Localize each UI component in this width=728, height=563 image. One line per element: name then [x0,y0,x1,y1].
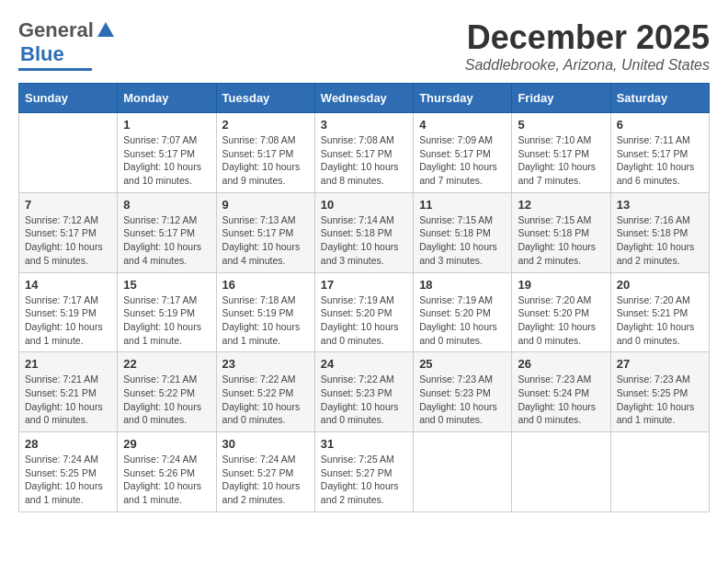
day-number: 21 [25,357,111,371]
day-info: Sunrise: 7:07 AM Sunset: 5:17 PM Dayligh… [123,133,210,188]
day-number: 15 [123,278,210,292]
day-number: 25 [419,357,506,371]
calendar-cell: 31Sunrise: 7:25 AM Sunset: 5:27 PM Dayli… [314,432,413,512]
calendar-cell: 25Sunrise: 7:23 AM Sunset: 5:23 PM Dayli… [414,352,512,432]
calendar-cell: 5Sunrise: 7:10 AM Sunset: 5:17 PM Daylig… [512,113,610,193]
day-number: 17 [321,278,407,292]
day-info: Sunrise: 7:15 AM Sunset: 5:18 PM Dayligh… [419,213,506,268]
calendar-week-4: 21Sunrise: 7:21 AM Sunset: 5:21 PM Dayli… [19,352,710,432]
calendar-cell: 21Sunrise: 7:21 AM Sunset: 5:21 PM Dayli… [19,352,118,432]
day-info: Sunrise: 7:13 AM Sunset: 5:17 PM Dayligh… [222,213,309,268]
day-number: 16 [222,278,309,292]
day-number: 19 [518,278,604,292]
calendar-cell: 15Sunrise: 7:17 AM Sunset: 5:19 PM Dayli… [118,272,216,352]
day-info: Sunrise: 7:22 AM Sunset: 5:22 PM Dayligh… [222,373,309,427]
calendar-cell: 3Sunrise: 7:08 AM Sunset: 5:17 PM Daylig… [314,113,413,193]
day-info: Sunrise: 7:18 AM Sunset: 5:19 PM Dayligh… [222,293,309,348]
day-number: 23 [222,357,309,371]
day-number: 6 [617,118,703,132]
day-number: 18 [419,278,506,292]
calendar-cell: 19Sunrise: 7:20 AM Sunset: 5:20 PM Dayli… [512,272,610,352]
calendar-cell: 6Sunrise: 7:11 AM Sunset: 5:17 PM Daylig… [610,113,709,193]
calendar-cell: 9Sunrise: 7:13 AM Sunset: 5:17 PM Daylig… [216,192,314,272]
day-info: Sunrise: 7:09 AM Sunset: 5:17 PM Dayligh… [419,133,506,188]
calendar-cell: 8Sunrise: 7:12 AM Sunset: 5:17 PM Daylig… [118,192,216,272]
calendar-subtitle: Saddlebrooke, Arizona, United States [465,57,710,74]
calendar-week-2: 7Sunrise: 7:12 AM Sunset: 5:17 PM Daylig… [19,192,710,272]
calendar-cell: 28Sunrise: 7:24 AM Sunset: 5:25 PM Dayli… [19,432,118,512]
day-number: 14 [25,278,111,292]
day-number: 26 [518,357,604,371]
header: General Blue December 2025 Saddlebrooke,… [18,18,710,74]
day-number: 1 [123,118,210,132]
day-info: Sunrise: 7:21 AM Sunset: 5:22 PM Dayligh… [123,373,210,427]
logo: General Blue [18,18,116,71]
header-wednesday: Wednesday [314,84,413,113]
calendar-cell: 23Sunrise: 7:22 AM Sunset: 5:22 PM Dayli… [216,352,314,432]
calendar-cell: 18Sunrise: 7:19 AM Sunset: 5:20 PM Dayli… [414,272,512,352]
day-number: 9 [222,198,309,212]
calendar-cell: 12Sunrise: 7:15 AM Sunset: 5:18 PM Dayli… [512,192,610,272]
day-number: 31 [321,437,407,451]
logo-general: General [18,18,94,42]
day-info: Sunrise: 7:23 AM Sunset: 5:25 PM Dayligh… [617,373,703,427]
day-info: Sunrise: 7:10 AM Sunset: 5:17 PM Dayligh… [518,133,604,188]
day-number: 13 [617,198,703,212]
day-number: 24 [321,357,407,371]
day-info: Sunrise: 7:24 AM Sunset: 5:26 PM Dayligh… [123,453,210,507]
day-info: Sunrise: 7:08 AM Sunset: 5:17 PM Dayligh… [321,133,407,188]
day-number: 10 [321,198,407,212]
day-number: 30 [222,437,309,451]
day-info: Sunrise: 7:24 AM Sunset: 5:25 PM Dayligh… [25,453,111,507]
logo-blue: Blue [20,42,64,66]
calendar-cell: 27Sunrise: 7:23 AM Sunset: 5:25 PM Dayli… [610,352,709,432]
calendar-cell: 14Sunrise: 7:17 AM Sunset: 5:19 PM Dayli… [19,272,118,352]
calendar-cell: 20Sunrise: 7:20 AM Sunset: 5:21 PM Dayli… [610,272,709,352]
day-number: 7 [25,198,111,212]
calendar-header-row: SundayMondayTuesdayWednesdayThursdayFrid… [19,84,710,113]
calendar-cell: 22Sunrise: 7:21 AM Sunset: 5:22 PM Dayli… [118,352,216,432]
calendar-cell [610,432,709,512]
calendar-cell: 17Sunrise: 7:19 AM Sunset: 5:20 PM Dayli… [314,272,413,352]
day-info: Sunrise: 7:19 AM Sunset: 5:20 PM Dayligh… [419,293,506,348]
header-saturday: Saturday [610,84,709,113]
day-info: Sunrise: 7:21 AM Sunset: 5:21 PM Dayligh… [25,373,111,427]
day-info: Sunrise: 7:15 AM Sunset: 5:18 PM Dayligh… [518,213,604,268]
day-info: Sunrise: 7:11 AM Sunset: 5:17 PM Dayligh… [617,133,703,188]
day-info: Sunrise: 7:17 AM Sunset: 5:19 PM Dayligh… [123,293,210,348]
header-tuesday: Tuesday [216,84,314,113]
calendar-cell: 30Sunrise: 7:24 AM Sunset: 5:27 PM Dayli… [216,432,314,512]
day-info: Sunrise: 7:23 AM Sunset: 5:23 PM Dayligh… [419,373,506,427]
day-number: 11 [419,198,506,212]
day-info: Sunrise: 7:08 AM Sunset: 5:17 PM Dayligh… [222,133,309,188]
calendar-table: SundayMondayTuesdayWednesdayThursdayFrid… [18,83,710,512]
calendar-cell: 26Sunrise: 7:23 AM Sunset: 5:24 PM Dayli… [512,352,610,432]
day-number: 2 [222,118,309,132]
day-info: Sunrise: 7:23 AM Sunset: 5:24 PM Dayligh… [518,373,604,427]
svg-marker-0 [97,22,114,37]
day-info: Sunrise: 7:14 AM Sunset: 5:18 PM Dayligh… [321,213,407,268]
calendar-cell [414,432,512,512]
logo-underline [18,68,92,71]
day-number: 28 [25,437,111,451]
calendar-title: December 2025 [465,18,710,57]
calendar-cell: 1Sunrise: 7:07 AM Sunset: 5:17 PM Daylig… [118,113,216,193]
calendar-week-5: 28Sunrise: 7:24 AM Sunset: 5:25 PM Dayli… [19,432,710,512]
day-number: 29 [123,437,210,451]
header-friday: Friday [512,84,610,113]
day-number: 3 [321,118,407,132]
day-number: 22 [123,357,210,371]
header-sunday: Sunday [19,84,118,113]
calendar-cell [512,432,610,512]
header-thursday: Thursday [414,84,512,113]
calendar-cell: 24Sunrise: 7:22 AM Sunset: 5:23 PM Dayli… [314,352,413,432]
day-info: Sunrise: 7:16 AM Sunset: 5:18 PM Dayligh… [617,213,703,268]
header-monday: Monday [118,84,216,113]
day-info: Sunrise: 7:20 AM Sunset: 5:20 PM Dayligh… [518,293,604,348]
day-number: 8 [123,198,210,212]
day-number: 20 [617,278,703,292]
calendar-cell: 7Sunrise: 7:12 AM Sunset: 5:17 PM Daylig… [19,192,118,272]
calendar-cell: 2Sunrise: 7:08 AM Sunset: 5:17 PM Daylig… [216,113,314,193]
logo-icon [96,20,116,40]
day-info: Sunrise: 7:12 AM Sunset: 5:17 PM Dayligh… [123,213,210,268]
